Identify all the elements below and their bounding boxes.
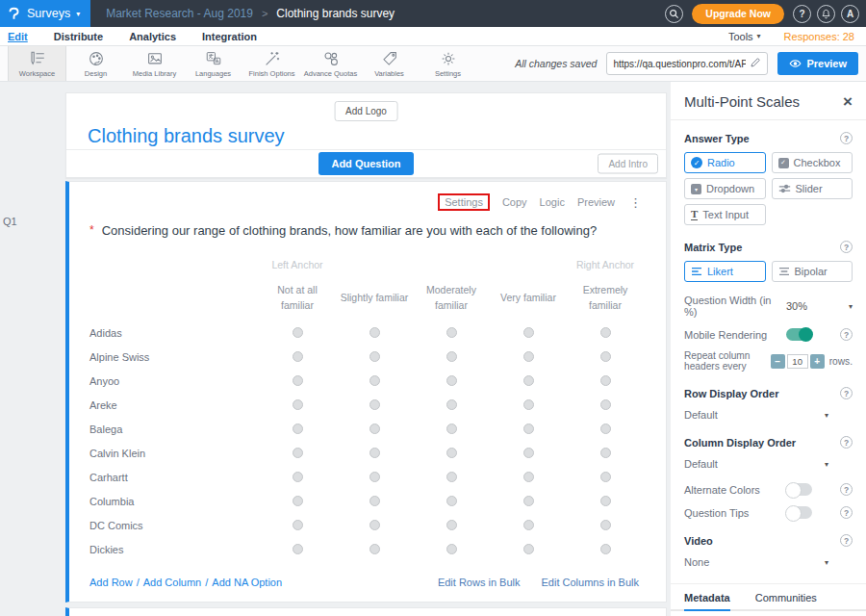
answer-type-text-input[interactable]: T Text Input xyxy=(684,204,766,225)
radio-button[interactable] xyxy=(523,424,534,434)
radio-button[interactable] xyxy=(600,520,611,530)
upgrade-now-button[interactable]: Upgrade Now xyxy=(692,4,784,24)
column-display-order-select[interactable]: Default ▾ xyxy=(684,458,828,470)
radio-button[interactable] xyxy=(446,351,457,362)
radio-button[interactable] xyxy=(523,351,534,362)
radio-button[interactable] xyxy=(293,520,303,530)
add-na-option-link[interactable]: Add NA Option xyxy=(212,577,282,588)
radio-button[interactable] xyxy=(600,544,611,554)
tab-communities[interactable]: Communities xyxy=(755,592,817,609)
radio-button[interactable] xyxy=(293,544,303,554)
radio-button[interactable] xyxy=(600,375,611,386)
radio-button[interactable] xyxy=(600,399,611,410)
nav-item-edit[interactable]: Edit xyxy=(8,31,28,42)
tool-finish-options[interactable]: Finish Options xyxy=(242,46,301,81)
tools-menu[interactable]: Tools ▾ xyxy=(728,31,761,42)
product-switcher[interactable]: Surveys ▾ xyxy=(0,0,90,27)
radio-button[interactable] xyxy=(523,496,534,506)
question-settings-action annotation-settings-highlight[interactable]: Settings xyxy=(438,193,490,211)
radio-button[interactable] xyxy=(523,399,534,410)
radio-button[interactable] xyxy=(293,424,303,434)
radio-button[interactable] xyxy=(369,520,380,530)
radio-button[interactable] xyxy=(369,351,380,362)
radio-button[interactable] xyxy=(293,472,303,482)
help-button[interactable]: ? xyxy=(793,5,811,23)
radio-button[interactable] xyxy=(446,544,457,554)
kebab-menu-icon[interactable]: ⋮ xyxy=(629,195,642,210)
answer-type-radio[interactable]: ✓ Radio xyxy=(684,152,766,173)
radio-button[interactable] xyxy=(293,448,303,458)
responses-count[interactable]: Responses: 28 xyxy=(784,31,854,42)
radio-button[interactable] xyxy=(446,496,457,506)
help-icon[interactable]: ? xyxy=(840,436,853,449)
tool-variables[interactable]: Variables xyxy=(360,46,419,81)
radio-button[interactable] xyxy=(293,327,303,338)
radio-button[interactable] xyxy=(523,544,534,554)
alternate-colors-toggle[interactable] xyxy=(786,483,812,496)
help-icon[interactable]: ? xyxy=(840,506,853,519)
survey-title[interactable]: Clothing brands survey xyxy=(88,125,285,147)
video-select[interactable]: None ▾ xyxy=(684,556,828,568)
tab-metadata[interactable]: Metadata xyxy=(684,592,730,611)
edit-url-pencil-icon[interactable] xyxy=(750,57,761,71)
nav-item-integration[interactable]: Integration xyxy=(202,31,257,42)
chevron-down-icon[interactable]: ▾ xyxy=(849,302,853,311)
nav-item-distribute[interactable]: Distribute xyxy=(54,31,103,42)
tool-settings[interactable]: Settings xyxy=(419,46,477,81)
add-logo-button[interactable]: Add Logo xyxy=(334,101,398,121)
add-row-link[interactable]: Add Row xyxy=(89,577,133,588)
radio-button[interactable] xyxy=(369,472,380,482)
help-icon[interactable]: ? xyxy=(840,534,853,547)
edit-columns-in-bulk-link[interactable]: Edit Columns in Bulk xyxy=(542,577,640,588)
radio-button[interactable] xyxy=(523,472,534,482)
matrix-type-likert[interactable]: Likert xyxy=(684,261,766,282)
radio-button[interactable] xyxy=(446,472,457,482)
tool-design[interactable]: Design xyxy=(66,46,125,81)
help-icon[interactable]: ? xyxy=(840,483,853,496)
radio-button[interactable] xyxy=(293,496,303,506)
close-icon[interactable]: × xyxy=(843,93,853,110)
row-display-order-select[interactable]: Default ▾ xyxy=(684,409,828,421)
help-icon[interactable]: ? xyxy=(840,241,853,253)
radio-button[interactable] xyxy=(523,448,534,458)
radio-button[interactable] xyxy=(446,399,457,410)
help-icon[interactable]: ? xyxy=(840,387,853,399)
radio-button[interactable] xyxy=(369,424,380,434)
stepper-minus-button[interactable]: − xyxy=(771,354,785,369)
radio-button[interactable] xyxy=(523,327,534,338)
matrix-type-bipolar[interactable]: Bipolar xyxy=(772,261,853,282)
answer-type-checkbox[interactable]: ✓ Checkbox xyxy=(772,152,853,173)
radio-button[interactable] xyxy=(369,448,380,458)
radio-button[interactable] xyxy=(600,351,611,362)
radio-button[interactable] xyxy=(369,327,380,338)
avatar[interactable]: A xyxy=(841,5,859,23)
radio-button[interactable] xyxy=(369,375,380,386)
radio-button[interactable] xyxy=(446,327,457,338)
stepper-value[interactable]: 10 xyxy=(787,354,808,369)
help-icon[interactable]: ? xyxy=(840,328,853,341)
question-text[interactable]: Considering our range of clothing brands… xyxy=(102,223,598,239)
tool-languages[interactable]: Languages xyxy=(184,46,242,81)
radio-button[interactable] xyxy=(293,399,303,410)
radio-button[interactable] xyxy=(600,327,611,338)
radio-button[interactable] xyxy=(600,496,611,506)
radio-button[interactable] xyxy=(446,520,457,530)
question-width-value[interactable]: 30% xyxy=(786,300,807,312)
help-icon[interactable]: ? xyxy=(840,132,853,144)
stepper-plus-button[interactable]: + xyxy=(810,354,825,369)
radio-button[interactable] xyxy=(369,496,380,506)
answer-type-slider[interactable]: Slider xyxy=(772,178,853,199)
question-preview-action[interactable]: Preview xyxy=(577,196,615,208)
notifications-button[interactable] xyxy=(817,5,835,23)
edit-rows-in-bulk-link[interactable]: Edit Rows in Bulk xyxy=(438,577,521,588)
radio-button[interactable] xyxy=(600,424,611,434)
survey-url-input[interactable] xyxy=(613,59,746,69)
radio-button[interactable] xyxy=(293,375,303,386)
radio-button[interactable] xyxy=(293,351,303,362)
add-intro-button[interactable]: Add Intro xyxy=(598,154,658,174)
add-question-button[interactable]: Add Question xyxy=(318,152,413,175)
nav-item-analytics[interactable]: Analytics xyxy=(129,31,176,42)
radio-button[interactable] xyxy=(600,448,611,458)
radio-button[interactable] xyxy=(523,375,534,386)
answer-type-dropdown[interactable]: ▾ Dropdown xyxy=(684,178,766,199)
